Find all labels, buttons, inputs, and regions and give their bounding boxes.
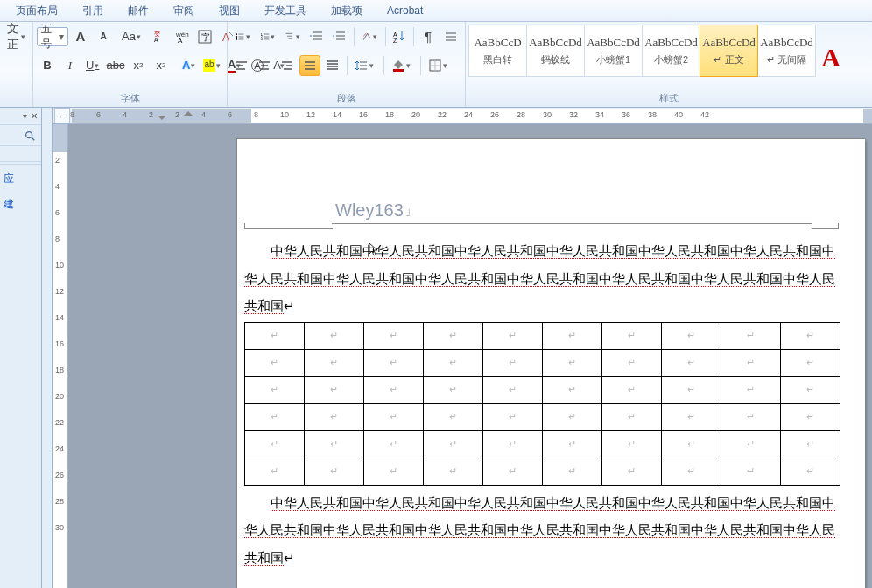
align-justify-button[interactable] [299, 55, 320, 76]
table-cell[interactable]: ↵ [662, 376, 721, 403]
table-cell[interactable]: ↵ [424, 430, 483, 458]
italic-button[interactable]: I [60, 55, 81, 76]
asian-layout-button[interactable]: ▾ [358, 26, 382, 47]
format-button[interactable]: 文正▾ [4, 26, 29, 47]
numbering-button[interactable]: 123▾ [257, 26, 280, 47]
table-cell[interactable]: ↵ [602, 403, 662, 430]
table-cell[interactable]: ↵ [245, 322, 305, 349]
align-center-button[interactable] [254, 55, 275, 76]
table-cell[interactable]: ↵ [245, 376, 305, 403]
table-cell[interactable]: ↵ [721, 376, 781, 403]
style-item-4[interactable]: AaBbCcDd↵ 正文 [700, 24, 758, 77]
table-cell[interactable]: ↵ [424, 322, 483, 349]
table-cell[interactable]: ↵ [602, 349, 662, 376]
tab-selector[interactable]: ⌐ [54, 108, 70, 123]
align-right-button[interactable] [277, 55, 298, 76]
menu-layout[interactable]: 页面布局 [4, 4, 70, 18]
grow-font-button[interactable]: A [70, 26, 91, 47]
table-cell[interactable]: ↵ [602, 376, 662, 403]
table-cell[interactable]: ↵ [781, 376, 840, 403]
table-cell[interactable]: ↵ [424, 349, 483, 376]
table-cell[interactable]: ↵ [602, 322, 662, 349]
search-box[interactable] [0, 125, 41, 146]
table-cell[interactable]: ↵ [543, 349, 602, 376]
table-cell[interactable]: ↵ [483, 458, 543, 485]
table-cell[interactable]: ↵ [364, 430, 424, 458]
sort-button[interactable]: AZ [389, 26, 410, 47]
menu-view[interactable]: 视图 [207, 4, 252, 18]
style-item-5[interactable]: AaBbCcDd↵ 无间隔 [757, 24, 816, 77]
style-item-2[interactable]: AaBbCcDd小螃蟹1 [584, 24, 643, 77]
table-cell[interactable]: ↵ [483, 349, 543, 376]
table-cell[interactable]: ↵ [543, 403, 602, 430]
style-item-1[interactable]: AaBbCcDd蚂蚁线 [526, 24, 585, 77]
menu-acrobat[interactable]: Acrobat [375, 4, 435, 17]
nav-link-1[interactable]: 应 [0, 166, 41, 192]
menu-dev[interactable]: 开发工具 [252, 4, 319, 18]
bullets-button[interactable]: ▾ [231, 26, 255, 47]
table-cell[interactable]: ↵ [662, 349, 721, 376]
font-size-combo[interactable]: 五号▾ [37, 27, 68, 46]
table-cell[interactable]: ↵ [543, 322, 602, 349]
decrease-indent-button[interactable] [306, 26, 327, 47]
menu-addins[interactable]: 加载项 [319, 4, 375, 18]
menu-review[interactable]: 审阅 [161, 4, 207, 18]
table-cell[interactable]: ↵ [364, 322, 424, 349]
table-cell[interactable]: ↵ [424, 403, 483, 430]
menu-references[interactable]: 引用 [70, 4, 116, 18]
strike-button[interactable]: abc [105, 55, 126, 76]
table-cell[interactable]: ↵ [602, 430, 662, 458]
change-case-button[interactable]: Aa▾ [121, 26, 142, 47]
table-cell[interactable]: ↵ [364, 403, 424, 430]
document-body[interactable]: 中华人民共和国中华人民共和国中华人民共和国中华人民共和国中华人民共和国中华人民共… [244, 237, 840, 571]
table-cell[interactable]: ↵ [483, 430, 543, 458]
highlight-button[interactable]: ab▾ [201, 55, 222, 76]
bold-button[interactable]: B [37, 55, 58, 76]
vertical-ruler[interactable]: 24681012141618202224262830 [53, 124, 68, 588]
phonetic-guide-button[interactable]: 变A [149, 26, 170, 47]
table-cell[interactable]: ↵ [721, 403, 781, 430]
align-distribute-button[interactable] [322, 55, 343, 76]
shrink-font-button[interactable]: A [93, 26, 114, 47]
document-table[interactable]: ↵↵↵↵↵↵↵↵↵↵↵↵↵↵↵↵↵↵↵↵↵↵↵↵↵↵↵↵↵↵↵↵↵↵↵↵↵↵↵↵… [244, 322, 840, 486]
line-spacing-button[interactable]: ▾ [351, 55, 380, 76]
table-cell[interactable]: ↵ [662, 403, 721, 430]
table-cell[interactable]: ↵ [781, 403, 840, 430]
table-cell[interactable]: ↵ [424, 458, 483, 485]
tabs-button[interactable] [440, 26, 461, 47]
table-cell[interactable]: ↵ [245, 458, 305, 485]
table-cell[interactable]: ↵ [483, 403, 543, 430]
style-item-0[interactable]: AaBbCcD黑白转 [468, 24, 527, 77]
nav-dropdown-icon[interactable]: ▾ [23, 111, 27, 121]
change-styles-button[interactable]: A [816, 24, 846, 91]
table-cell[interactable]: ↵ [364, 376, 424, 403]
subscript-button[interactable]: x2 [128, 55, 149, 76]
table-cell[interactable]: ↵ [305, 322, 364, 349]
horizontal-ruler[interactable]: ⌐ 86422468101214161820222426283032343638… [53, 108, 872, 124]
nav-close-icon[interactable]: ✕ [31, 111, 38, 121]
table-cell[interactable]: ↵ [721, 322, 781, 349]
table-cell[interactable]: ↵ [305, 458, 364, 485]
underline-button[interactable]: U▾ [82, 55, 103, 76]
table-cell[interactable]: ↵ [602, 458, 662, 485]
document-page[interactable]: Wley163 中华人民共和国中华人民共和国中华人民共和国中华人民共和国中华人民… [236, 138, 865, 588]
increase-indent-button[interactable] [329, 26, 350, 47]
style-item-3[interactable]: AaBbCcDd小螃蟹2 [642, 24, 700, 77]
show-marks-button[interactable]: ¶ [418, 26, 439, 47]
table-cell[interactable]: ↵ [721, 349, 781, 376]
table-cell[interactable]: ↵ [781, 322, 840, 349]
multilevel-button[interactable]: ▾ [281, 26, 305, 47]
table-cell[interactable]: ↵ [721, 430, 781, 458]
borders-button[interactable]: ▾ [425, 55, 454, 76]
superscript-button[interactable]: x2 [151, 55, 172, 76]
table-cell[interactable]: ↵ [364, 458, 424, 485]
table-cell[interactable]: ↵ [424, 376, 483, 403]
text-effects-button[interactable]: A▾ [179, 55, 200, 76]
table-cell[interactable]: ↵ [245, 349, 305, 376]
nav-link-2[interactable]: 建 [0, 192, 41, 217]
align-left-button[interactable] [231, 55, 252, 76]
table-cell[interactable]: ↵ [781, 349, 840, 376]
char-border-button[interactable]: wénA [172, 26, 193, 47]
table-cell[interactable]: ↵ [781, 430, 840, 458]
table-cell[interactable]: ↵ [543, 458, 602, 485]
